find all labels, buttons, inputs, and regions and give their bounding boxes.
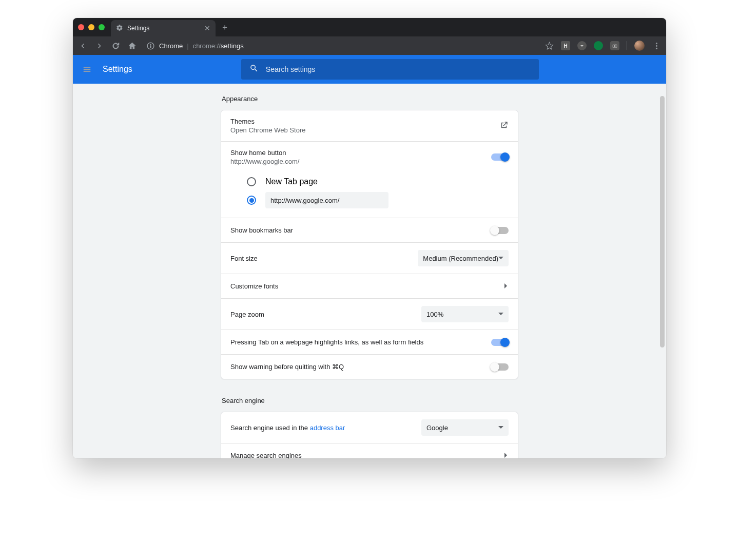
svg-point-5 [656, 45, 657, 46]
quit-warning-label: Show warning before quitting with ⌘Q [230, 363, 344, 371]
font-size-row: Font size Medium (Recommended) [221, 242, 518, 274]
menu-icon[interactable] [82, 65, 91, 74]
extension-camera-icon[interactable] [610, 41, 619, 50]
svg-point-4 [656, 43, 657, 44]
bookmarks-bar-row: Show bookmarks bar [221, 218, 518, 242]
extension-green-icon[interactable] [594, 41, 603, 50]
chevron-right-icon [503, 282, 509, 290]
profile-avatar[interactable] [634, 41, 645, 51]
themes-row[interactable]: Themes Open Chrome Web Store [221, 110, 518, 141]
browser-menu-button[interactable] [652, 41, 661, 50]
font-size-label: Font size [230, 255, 258, 262]
home-url-input[interactable]: http://www.google.com/ [265, 192, 388, 208]
appearance-card: Themes Open Chrome Web Store Show home b… [221, 110, 518, 379]
section-title-search: Search engine [221, 392, 518, 412]
settings-header: Settings [73, 55, 666, 84]
home-button[interactable] [127, 41, 137, 50]
home-button-sublabel: http://www.google.com/ [230, 158, 299, 165]
radio-newtab[interactable] [247, 177, 256, 186]
page-zoom-dropdown[interactable]: 100% [421, 306, 509, 322]
page-zoom-label: Page zoom [230, 311, 264, 318]
tab-highlight-row: Pressing Tab on a webpage highlights lin… [221, 330, 518, 354]
browser-toolbar: Chrome | chrome://settings H [73, 36, 666, 55]
bookmarks-bar-label: Show bookmarks bar [230, 226, 293, 234]
home-button-label: Show home button [230, 149, 299, 157]
bookmark-star-icon[interactable] [544, 41, 554, 50]
home-button-toggle[interactable] [491, 153, 509, 161]
site-info-icon [146, 41, 155, 50]
tab-highlight-label: Pressing Tab on a webpage highlights lin… [230, 338, 423, 346]
themes-sublabel: Open Chrome Web Store [230, 126, 305, 134]
home-button-options: New Tab page http://www.google.com/ [221, 172, 518, 218]
svg-point-6 [656, 48, 657, 49]
radio-custom-url[interactable] [247, 196, 256, 205]
search-engine-dropdown[interactable]: Google [421, 419, 509, 436]
svg-rect-2 [150, 45, 150, 47]
bookmarks-bar-toggle[interactable] [491, 227, 509, 234]
browser-window: Settings ✕ ＋ Chrome | chrome://settings … [73, 18, 666, 458]
quit-warning-toggle[interactable] [491, 363, 509, 371]
chevron-down-icon [498, 424, 503, 432]
url-scheme-label: Chrome [159, 42, 183, 50]
svg-rect-7 [84, 67, 90, 68]
page-zoom-row: Page zoom 100% [221, 298, 518, 330]
settings-content: Appearance Themes Open Chrome Web Store … [73, 84, 666, 458]
url-prefix: chrome:// [193, 42, 221, 50]
window-controls [78, 24, 105, 30]
scrollbar[interactable] [660, 96, 665, 347]
search-engine-row: Search engine used in the address bar Go… [221, 412, 518, 443]
svg-rect-9 [84, 71, 90, 71]
svg-point-1 [150, 44, 151, 45]
chevron-right-icon [503, 452, 509, 458]
address-bar[interactable]: Chrome | chrome://settings [146, 41, 244, 50]
section-title-appearance: Appearance [221, 90, 518, 110]
gear-icon [116, 24, 123, 33]
back-button[interactable] [78, 41, 87, 50]
svg-point-3 [614, 45, 616, 47]
search-engine-label: Search engine used in the address bar [230, 424, 345, 432]
chevron-down-icon [498, 311, 503, 318]
settings-search[interactable] [241, 59, 539, 80]
minimize-window-button[interactable] [88, 24, 94, 30]
tab-strip: Settings ✕ ＋ [73, 18, 666, 36]
address-bar-link[interactable]: address bar [310, 424, 345, 432]
home-button-row: Show home button http://www.google.com/ [221, 141, 518, 172]
chevron-down-icon [498, 255, 503, 262]
browser-tab[interactable]: Settings ✕ [111, 20, 216, 36]
close-tab-button[interactable]: ✕ [204, 24, 210, 32]
maximize-window-button[interactable] [99, 24, 105, 30]
svg-rect-8 [84, 69, 90, 69]
extension-h-icon[interactable]: H [561, 41, 570, 50]
manage-search-engines-row[interactable]: Manage search engines [221, 443, 518, 458]
new-tab-button[interactable]: ＋ [221, 22, 229, 33]
close-window-button[interactable] [78, 24, 84, 30]
reload-button[interactable] [111, 41, 120, 50]
url-path: settings [221, 42, 244, 50]
font-size-dropdown[interactable]: Medium (Recommended) [418, 250, 509, 266]
extension-down-icon[interactable] [577, 41, 587, 50]
page-title: Settings [103, 65, 132, 74]
themes-label: Themes [230, 118, 305, 125]
search-engine-card: Search engine used in the address bar Go… [221, 412, 518, 458]
quit-warning-row: Show warning before quitting with ⌘Q [221, 354, 518, 379]
customize-fonts-label: Customize fonts [230, 282, 278, 290]
radio-newtab-label: New Tab page [265, 177, 318, 186]
tab-title: Settings [127, 25, 149, 32]
settings-search-input[interactable] [266, 65, 531, 73]
manage-search-engines-label: Manage search engines [230, 452, 302, 458]
tab-highlight-toggle[interactable] [491, 339, 509, 346]
external-link-icon [499, 121, 509, 131]
forward-button[interactable] [94, 41, 104, 50]
customize-fonts-row[interactable]: Customize fonts [221, 274, 518, 298]
search-icon [249, 64, 259, 75]
